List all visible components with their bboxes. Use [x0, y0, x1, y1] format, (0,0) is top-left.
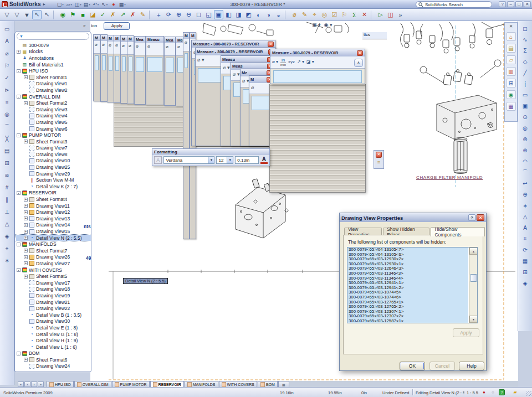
window-control-button[interactable]: ✕	[524, 1, 531, 7]
toolbar-icon[interactable]: ▼	[22, 10, 32, 19]
tree-item[interactable]: + Sheet Format6	[16, 357, 91, 363]
measure-tool-icon[interactable]: ↗ ▾	[297, 60, 304, 65]
tree-item[interactable]: Drawing View10	[16, 158, 91, 164]
annotation-tool-icon[interactable]: ◎	[2, 110, 12, 119]
sheet-tab[interactable]: WITH COVERS	[219, 381, 257, 387]
tree-item[interactable]: 300-0079	[16, 42, 91, 49]
measure-window[interactable]: M ⌀	[93, 34, 100, 101]
tree-item[interactable]: + Sheet Format4	[16, 196, 91, 203]
annotation-tool-icon[interactable]: ✓	[2, 73, 12, 83]
tree-item[interactable]: Detail View L (1 : 6)	[16, 344, 91, 350]
toolbar-icon[interactable]: ◉	[58, 10, 68, 19]
sheet-tab[interactable]: OVERALL DIM	[74, 381, 111, 387]
tree-item[interactable]: Detail View B (1 : 3.5)	[16, 312, 91, 318]
expand-toggle[interactable]: -	[17, 133, 21, 137]
toolbar-icon[interactable]	[285, 11, 288, 19]
annotation-tool-icon[interactable]: ⊥	[2, 207, 12, 216]
expand-toggle[interactable]: +	[24, 210, 28, 214]
measure-selection-box[interactable]	[185, 53, 188, 68]
measure-window[interactable]: Mea ⌀	[164, 37, 176, 106]
annotation-tool-icon[interactable]: ⌖	[2, 244, 12, 253]
tree-item[interactable]: Section View M-M	[16, 177, 91, 183]
tree-item[interactable]: + Drawing View26	[16, 254, 91, 261]
component-list-item[interactable]: 300-0079<65>/03-12587<1>	[347, 319, 468, 323]
toolbar-icon[interactable]: ◎	[320, 10, 329, 19]
tree-item[interactable]: - RESERVOIR	[16, 190, 91, 197]
expand-toggle[interactable]: +	[24, 204, 28, 208]
toolbar-icon[interactable]: ◻	[194, 10, 203, 19]
font-size-select[interactable]: 12▼	[216, 156, 233, 164]
annotation-tool-icon[interactable]: ▤	[2, 146, 12, 156]
toolbar-icon[interactable]: ⌀	[290, 10, 299, 19]
drawing-view-properties-dialog[interactable]: Drawing View Properties ? ✕ View Propert…	[339, 213, 487, 371]
tree-item[interactable]: + Sheet Format2	[16, 100, 91, 106]
measure-tool-icon[interactable]: ⌀ ▾	[272, 60, 278, 65]
tree-item[interactable]: - BOM	[16, 350, 91, 357]
tree-item[interactable]: - HPU ISO	[16, 68, 91, 74]
toolbar-icon[interactable]: ◧	[224, 10, 233, 19]
toolbar-icon[interactable]	[149, 11, 152, 19]
tree-item[interactable]: + Drawing View11	[16, 203, 91, 209]
hidden-components-list[interactable]: ▲ ▼ 300-0079<65>/04-13105<7>300-0079<65>…	[347, 247, 478, 323]
tree-item[interactable]: Drawing View21	[16, 299, 91, 306]
tree-item[interactable]: Drawing View6	[16, 126, 91, 132]
expand-toggle[interactable]: -	[17, 69, 21, 73]
annotation-tool-icon[interactable]: A	[2, 37, 12, 46]
toolbar-icon[interactable]: ✕	[360, 10, 369, 19]
task-pane-icon[interactable]: ▤	[507, 44, 516, 53]
tree-item[interactable]: Drawing View22	[16, 305, 91, 312]
tree-item[interactable]: + Sheet Format5	[16, 273, 91, 280]
tree-filter-input[interactable]: ▼	[17, 33, 89, 40]
toolbar-icon[interactable]: ■	[78, 10, 88, 19]
tree-item[interactable]: Drawing View29	[16, 171, 91, 177]
toolbar-icon[interactable]: ↶	[92, 1, 100, 8]
sketch-tool-icon[interactable]: Σ	[520, 46, 530, 55]
annotation-tool-icon[interactable]: ╳	[2, 134, 12, 143]
toolbar-icon[interactable]: ◒	[274, 10, 283, 19]
toolbar-icon[interactable]: ◪	[88, 10, 98, 19]
close-icon[interactable]: ✕	[376, 152, 382, 158]
measure-selection-box[interactable]	[252, 96, 272, 110]
expand-toggle[interactable]: +	[24, 75, 28, 79]
expand-toggle[interactable]: +	[24, 249, 28, 252]
apply-button[interactable]: Apply	[453, 328, 479, 337]
toolbar-icon[interactable]: ▱	[65, 1, 73, 8]
tree-item[interactable]: + Drawing View12	[16, 209, 91, 215]
sketch-tool-icon[interactable]: ⌒	[520, 168, 530, 177]
chevron-down-icon[interactable]: ▼	[227, 157, 233, 163]
sketch-tool-icon[interactable]: ⊞	[520, 267, 530, 276]
collapsed-panel[interactable]: ✕ ≡	[374, 150, 384, 169]
sketch-tool-icon[interactable]: A	[520, 223, 530, 232]
tree-item[interactable]: Annotations	[16, 55, 91, 61]
tree-item[interactable]: + Drawing View13	[16, 215, 91, 222]
toolbar-icon[interactable]: ↗	[118, 10, 127, 19]
expand-toggle[interactable]: -	[17, 95, 21, 99]
tree-item[interactable]: Drawing View2	[16, 87, 91, 94]
measure-window[interactable]: Mea ⌀	[134, 36, 146, 105]
tree-item[interactable]: Drawing View7	[16, 145, 91, 152]
status-icon[interactable]: ?	[499, 389, 505, 395]
annotation-tool-icon[interactable]: #	[2, 183, 12, 192]
tree-item[interactable]: + Sheet Format7	[16, 248, 91, 254]
toolbar-icon[interactable]: ◱	[204, 10, 213, 19]
toolbar-icon[interactable]: ✎	[300, 10, 309, 19]
toolbar-icon[interactable]: Σ	[350, 10, 359, 19]
apply-button[interactable]: Apply	[104, 22, 130, 30]
measure-tool-icon[interactable]: ◪ ▾	[306, 60, 314, 65]
scroll-down-icon[interactable]: ▼	[469, 316, 478, 323]
charge-filter-manifold-note[interactable]: CHARGE FILTER MANIFOLD	[416, 175, 483, 180]
task-pane-icon[interactable]: ▦	[507, 102, 516, 111]
close-icon[interactable]: ✕	[268, 42, 274, 47]
sketch-tool-icon[interactable]: ⊚	[520, 146, 530, 154]
tree-item[interactable]: Drawing View1	[16, 81, 91, 87]
toolbar-icon[interactable]	[53, 11, 57, 19]
dialog-titlebar[interactable]: Drawing View Properties ? ✕	[340, 213, 486, 222]
measure-selection-box[interactable]	[115, 56, 119, 71]
task-pane-icon[interactable]: ◉	[507, 90, 516, 99]
toolbar-icon[interactable]: ▢	[57, 1, 64, 8]
measure-window[interactable]: M ⌀	[127, 35, 134, 104]
sketch-tool-icon[interactable]: ┆	[520, 79, 530, 88]
tree-item[interactable]: Bill of Materials1	[16, 61, 91, 68]
measure-window-title[interactable]: M	[183, 33, 189, 39]
tree-item[interactable]: Drawing View30	[16, 318, 91, 325]
